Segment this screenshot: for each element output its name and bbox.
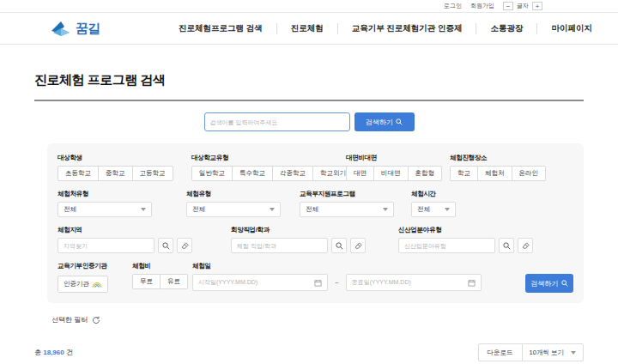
filter-label: 신산업분야유형 (398, 226, 533, 234)
page: 로그인 회원가입 − 글자 + 꿈길 진로체험프로그램 검색진로체험교육기부 진… (0, 0, 618, 364)
list-controls: 다운로드 10개씩 보기 (478, 343, 584, 361)
job-input[interactable] (231, 238, 328, 253)
page-title: 진로체험 프로그램 검색 (34, 72, 584, 88)
selected-filter-bar: 선택한 필터 (52, 315, 584, 325)
option-button[interactable]: 유료 (160, 274, 188, 289)
region-input-group (58, 238, 231, 253)
eraser-icon (181, 242, 189, 250)
filter-label: 체험유형 (186, 190, 300, 198)
filter-search-button[interactable]: 검색하기 (525, 274, 573, 293)
option-button[interactable]: 온라인 (512, 166, 547, 181)
filter-experience-type: 체험유형 전체 (186, 190, 300, 217)
job-clear-button[interactable] (350, 238, 366, 253)
font-increase-button[interactable]: + (532, 2, 542, 10)
option-button[interactable]: 대면 (346, 166, 374, 181)
experience-time-select[interactable]: 전체 (411, 202, 456, 217)
reset-filter-icon[interactable] (92, 316, 100, 325)
filter-fee: 체험비 무료유료 (132, 262, 192, 289)
select-value: 전체 (306, 205, 318, 214)
option-button[interactable]: 비대면 (373, 166, 409, 181)
venue-type-select[interactable]: 전체 (58, 202, 152, 217)
calendar-icon (314, 279, 322, 287)
filter-moe-program: 교육부지원프로그램 전체 (300, 190, 411, 217)
filter-label: 대상학생 (58, 154, 191, 162)
option-button[interactable]: 학교 (450, 166, 478, 181)
school-type-options: 일반학교특수학교각종학교학교외기관 (191, 166, 346, 181)
font-decrease-button[interactable]: − (503, 2, 513, 10)
industry-input-group (398, 238, 533, 253)
filter-face-type: 대면비대면 대면비대면혼합형 (346, 154, 450, 181)
filter-label: 체험지역 (58, 226, 231, 234)
option-button[interactable]: 혼합형 (408, 166, 443, 181)
filter-row-3: 체험지역 희망직업/학과 (58, 226, 573, 253)
nav-item[interactable]: 진로체험 (276, 23, 337, 34)
filter-label: 대상학교유형 (191, 154, 346, 162)
select-value: 전체 (192, 205, 205, 214)
chevron-down-icon (141, 208, 146, 211)
results-toolbar: 총 18,960 건 다운로드 10개씩 보기 (34, 343, 584, 361)
start-date-input[interactable]: 시작일(YYYY.MM.DD) (192, 274, 328, 291)
nav-item[interactable]: 소통광장 (476, 23, 536, 34)
header: 꿈길 진로체험프로그램 검색진로체험교육기부 진로체험기관 인증제소통광장마이페… (0, 13, 618, 45)
filter-label: 희망직업/학과 (231, 226, 398, 234)
industry-search-button[interactable] (499, 238, 514, 253)
option-button[interactable]: 중학교 (98, 166, 133, 181)
cert-button-label: 인증기관 (64, 280, 89, 288)
option-button[interactable]: 무료 (132, 274, 161, 289)
select-value: 전체 (64, 205, 76, 214)
filter-label: 체험처유형 (58, 190, 186, 198)
job-search-button[interactable] (331, 238, 347, 253)
logo-icon (50, 20, 72, 37)
filter-experience-time: 체험시간 전체 (411, 190, 456, 217)
industry-input[interactable] (398, 238, 495, 253)
option-button[interactable]: 각종학교 (272, 166, 313, 181)
search-icon (336, 242, 343, 250)
nav-item[interactable]: 마이페이지 (536, 23, 606, 34)
moe-program-select[interactable]: 전체 (300, 202, 394, 217)
end-date-input[interactable]: 종료일(YYYY.MM.DD) (346, 274, 482, 291)
face-type-options: 대면비대면혼합형 (346, 166, 450, 181)
signup-link[interactable]: 회원가입 (470, 2, 494, 10)
filter-label: 체험진행장소 (450, 154, 546, 162)
selected-filter-label: 선택한 필터 (52, 315, 88, 325)
filter-row-2: 체험처유형 전체 체험유형 전체 교육부지원프로그램 (58, 190, 573, 217)
total-prefix: 총 (34, 349, 41, 356)
nav-item[interactable]: 진로체험프로그램 검색 (165, 23, 276, 34)
cert-badge-icon (92, 281, 102, 288)
option-button[interactable]: 고등학교 (132, 166, 173, 181)
total-count: 총 18,960 건 (34, 348, 73, 357)
option-button[interactable]: 특수학교 (232, 166, 273, 181)
filter-target-student: 대상학생 초등학교중학교고등학교 (58, 154, 191, 181)
date-range-group: 시작일(YYYY.MM.DD) ~ 종료일(YYYY.MM.DD) (192, 274, 482, 291)
filter-job: 희망직업/학과 (231, 226, 398, 253)
nav-item[interactable]: 교육기부 진로체험기관 인증제 (337, 23, 476, 34)
region-search-button[interactable] (158, 238, 173, 253)
per-page-select[interactable]: 10개씩 보기 (522, 343, 584, 361)
search-icon (561, 280, 568, 287)
target-student-options: 초등학교중학교고등학교 (58, 166, 191, 181)
filter-row-4: 교육기부인증기관 인증기관 체험비 무료유료 체험일 (58, 262, 573, 293)
font-size-control: − 글자 + (503, 2, 542, 10)
filter-label: 체험일 (192, 262, 482, 270)
filter-industry: 신산업분야유형 (398, 226, 533, 253)
logo[interactable]: 꿈길 (50, 20, 129, 37)
option-button[interactable]: 초등학교 (58, 166, 99, 181)
keyword-search-input[interactable] (204, 112, 350, 131)
keyword-search-button[interactable]: 검색하기 (354, 112, 415, 131)
filter-label: 체험시간 (411, 190, 456, 198)
experience-type-select[interactable]: 전체 (186, 202, 281, 217)
option-button[interactable]: 체험처 (477, 166, 512, 181)
search-button-label: 검색하기 (366, 118, 393, 127)
font-size-label: 글자 (517, 2, 529, 10)
search-icon (503, 242, 511, 250)
eraser-icon (522, 242, 530, 250)
option-button[interactable]: 일반학교 (191, 166, 233, 181)
industry-clear-button[interactable] (518, 238, 533, 253)
region-clear-button[interactable] (177, 238, 192, 253)
date-range-separator: ~ (335, 279, 339, 287)
filter-label: 교육기부인증기관 (58, 262, 132, 270)
login-link[interactable]: 로그인 (444, 2, 462, 10)
download-button[interactable]: 다운로드 (478, 343, 523, 361)
region-input[interactable] (58, 238, 154, 253)
cert-org-button[interactable]: 인증기관 (58, 276, 108, 293)
